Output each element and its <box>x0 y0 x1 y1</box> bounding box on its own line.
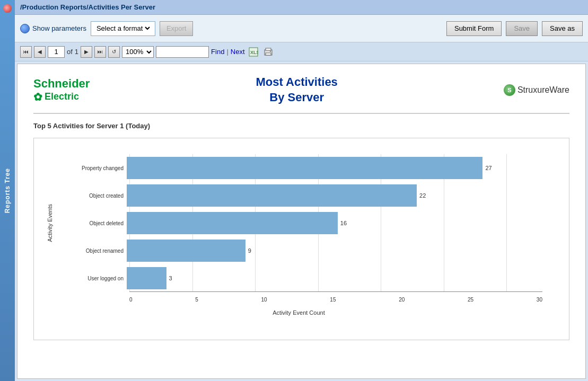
bar-row: Object created22 <box>58 182 542 209</box>
electric-text: ✿ Electric <box>33 91 90 103</box>
bar-label: Object deleted <box>58 220 127 226</box>
bar-value-label: 9 <box>248 247 251 254</box>
report-title-line1: Most Activities <box>256 75 337 90</box>
page-of-label: of <box>67 48 73 56</box>
section-title: Top 5 Activities for Server 1 (Today) <box>33 122 569 130</box>
report-header: Schneider ✿ Electric Most Activities By … <box>33 75 569 114</box>
bar-label: Property changed <box>58 165 127 171</box>
title-bar: /Production Reports/Activities Per Serve… <box>15 0 588 15</box>
struxureware-logo: S StruxureWare <box>504 84 569 96</box>
report-title: Most Activities By Server <box>256 75 337 105</box>
bar-row: User logged on3 <box>58 264 542 292</box>
page-input[interactable] <box>48 46 65 58</box>
x-tick-label: 20 <box>399 297 405 303</box>
x-tick-label: 0 <box>129 297 133 303</box>
nav-prev-button[interactable]: ◀ <box>34 46 46 58</box>
excel-icon: XLS <box>249 47 258 57</box>
save-button[interactable]: Save <box>506 21 538 36</box>
print-button[interactable] <box>262 46 275 58</box>
report-title-line2: By Server <box>256 90 337 105</box>
nav-separator: | <box>226 48 228 56</box>
sidebar-label: Reports Tree <box>4 168 11 213</box>
find-link[interactable]: Find <box>211 48 224 56</box>
nav-bar: ⏮ ◀ of 1 ▶ ⏭ ↺ 100% 75% 150% Find | Next… <box>15 42 588 61</box>
show-params-icon <box>20 24 30 33</box>
sidebar-top-circle <box>3 4 12 13</box>
bar-fill <box>127 157 482 179</box>
save-as-button[interactable]: Save as <box>542 21 583 36</box>
x-labels-container: 051015202530 <box>129 297 542 303</box>
export-button[interactable]: Export <box>160 21 194 36</box>
x-tick-label: 25 <box>468 297 473 303</box>
bar-fill <box>127 267 166 289</box>
page-title: /Production Reports/Activities Per Serve… <box>20 3 155 11</box>
bar-fill <box>127 184 417 207</box>
bar-fill <box>127 212 338 234</box>
bar-value-label: 27 <box>485 165 492 171</box>
x-tick-label: 5 <box>195 297 198 303</box>
save-label: Save <box>514 24 530 32</box>
svg-rect-4 <box>266 53 271 55</box>
schneider-symbol: ✿ <box>33 91 42 103</box>
svg-point-5 <box>270 51 271 52</box>
x-tick-label: 30 <box>537 297 542 303</box>
x-axis <box>129 291 542 292</box>
x-tick-label: 10 <box>261 297 267 303</box>
export-label: Export <box>166 24 187 32</box>
bar-label: User logged on <box>58 276 127 281</box>
bar-row: Object deleted16 <box>58 209 542 237</box>
nav-refresh-button[interactable]: ↺ <box>108 46 120 58</box>
nav-next-button[interactable]: ▶ <box>81 46 92 58</box>
toolbar: Show parameters Select a format Export S… <box>15 15 588 42</box>
page-total: 1 <box>75 48 78 56</box>
print-icon <box>264 47 273 57</box>
show-params-button[interactable]: Show parameters <box>20 24 86 33</box>
electric-label: Electric <box>45 91 79 102</box>
report-inner: Schneider ✿ Electric Most Activities By … <box>17 64 585 351</box>
x-tick-label: 15 <box>330 297 336 303</box>
main-area: /Production Reports/Activities Per Serve… <box>15 0 588 381</box>
schneider-logo: Schneider ✿ Electric <box>33 77 90 103</box>
bar-value-label: 22 <box>419 192 426 199</box>
struxureware-text: StruxureWare <box>517 85 569 95</box>
bar-label: Object created <box>58 193 127 199</box>
format-select-wrapper[interactable]: Select a format <box>91 21 155 36</box>
x-axis-title: Activity Event Count <box>45 309 553 316</box>
export-excel-button[interactable]: XLS <box>247 46 260 58</box>
bar-row: Object renamed9 <box>58 237 542 264</box>
search-input[interactable] <box>156 46 209 58</box>
bar-value-label: 3 <box>169 275 172 281</box>
bar-fill <box>127 240 245 262</box>
struxureware-icon: S <box>504 84 515 96</box>
nav-last-button[interactable]: ⏭ <box>94 46 106 58</box>
svg-text:XLS: XLS <box>250 50 258 55</box>
schneider-text: Schneider <box>33 77 90 91</box>
submit-form-button[interactable]: Submit Form <box>446 21 502 36</box>
nav-first-button[interactable]: ⏮ <box>20 46 32 58</box>
report-area: Schneider ✿ Electric Most Activities By … <box>17 64 586 379</box>
bar-value-label: 16 <box>340 220 347 226</box>
next-link[interactable]: Next <box>231 48 245 56</box>
format-select[interactable]: Select a format <box>94 24 152 33</box>
zoom-select[interactable]: 100% 75% 150% <box>122 46 154 58</box>
svg-rect-3 <box>266 48 271 50</box>
bar-label: Object renamed <box>58 248 127 254</box>
bar-row: Property changed27 <box>58 154 542 182</box>
submit-label: Submit Form <box>454 24 494 32</box>
y-axis-label: Activity Events <box>47 204 53 242</box>
chart-container: Activity Events Property changed27Object… <box>33 138 569 340</box>
save-as-label: Save as <box>550 24 575 32</box>
sidebar: Reports Tree <box>0 0 15 381</box>
show-params-label: Show parameters <box>32 24 86 32</box>
